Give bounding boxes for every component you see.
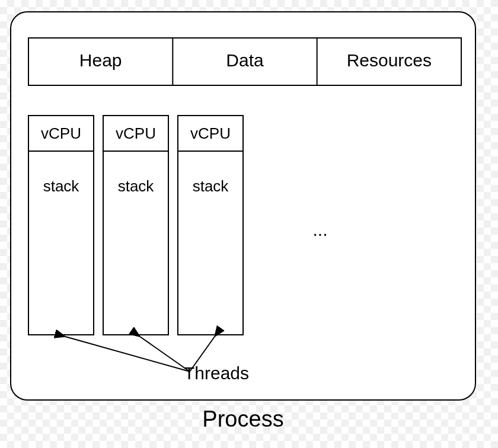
- thread-1-stack-label: stack: [43, 177, 80, 195]
- resources-label: Resources: [347, 50, 432, 70]
- threads-ellipsis: ...: [312, 220, 327, 239]
- thread-column-3: [178, 116, 243, 335]
- thread-column-2: [103, 116, 168, 335]
- data-label: Data: [226, 50, 264, 70]
- process-title: Process: [202, 407, 283, 431]
- thread-column-1: [28, 116, 94, 335]
- process-diagram: Heap Data Resources vCPU stack vCPU stac…: [0, 0, 498, 448]
- heap-label: Heap: [79, 50, 122, 70]
- thread-3-stack-label: stack: [193, 177, 229, 195]
- thread-3-vcpu-label: vCPU: [190, 124, 231, 142]
- thread-1-vcpu-label: vCPU: [41, 124, 81, 142]
- thread-2-vcpu-label: vCPU: [116, 124, 156, 142]
- thread-2-stack-label: stack: [118, 177, 155, 195]
